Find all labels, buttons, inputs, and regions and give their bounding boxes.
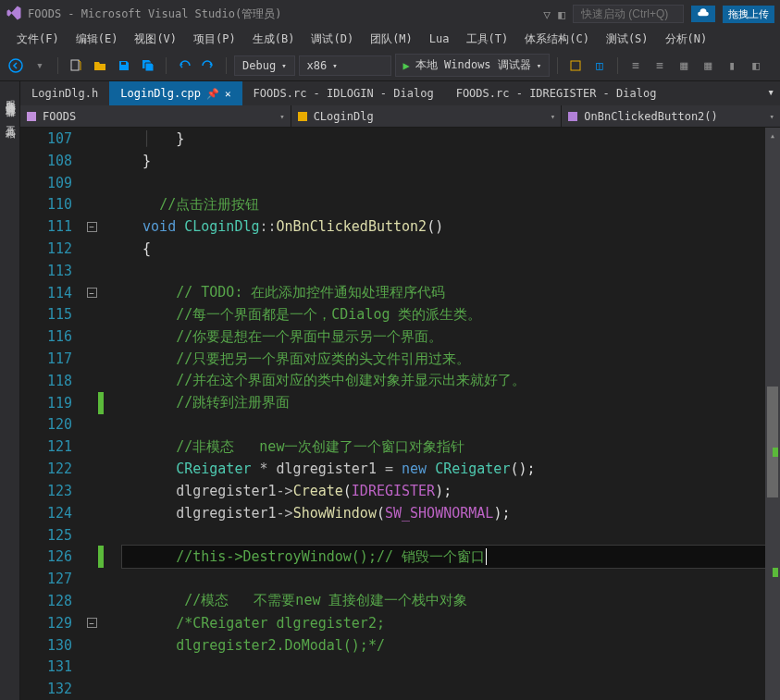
gutter-row[interactable]: 119	[20, 392, 122, 414]
doc-tab-logindlg-cpp[interactable]: LoginDlg.cpp📌✕	[109, 81, 241, 105]
gutter-row[interactable]: 111−	[20, 215, 122, 238]
save-all-button[interactable]	[138, 55, 158, 76]
gutter-row[interactable]: 110	[20, 193, 122, 215]
gutter-row[interactable]: 113	[20, 260, 122, 282]
nav-class-dropdown[interactable]: CLoginDlg▾	[291, 105, 563, 127]
code-line[interactable]: //你要是想在一个界面中显示另一个界面。	[122, 325, 765, 348]
gutter-row[interactable]: 108	[20, 150, 122, 172]
code-line[interactable]	[122, 657, 765, 679]
scroll-thumb[interactable]	[767, 387, 778, 497]
menu-build[interactable]: 生成(B)	[245, 29, 303, 50]
code-line[interactable]: //非模态 new一次创建了一个窗口对象指针	[122, 436, 765, 458]
gutter-row[interactable]: 132	[20, 678, 122, 700]
menu-test[interactable]: 测试(S)	[599, 29, 656, 50]
open-button[interactable]	[90, 55, 110, 76]
menu-analyze[interactable]: 分析(N)	[658, 29, 715, 50]
notifications-icon[interactable]: ▽	[543, 7, 551, 21]
start-debug-button[interactable]: ▶本地 Windows 调试器▾	[395, 54, 551, 77]
tb-find-button[interactable]: ◧	[746, 55, 766, 76]
gutter-row[interactable]: 121	[20, 436, 122, 458]
code-line[interactable]: //点击注册按钮	[122, 193, 765, 215]
redo-button[interactable]	[198, 55, 218, 76]
gutter-row[interactable]: 127	[20, 568, 122, 590]
menu-team[interactable]: 团队(M)	[363, 29, 420, 50]
solution-config-dropdown[interactable]: Debug▾	[234, 55, 295, 76]
menu-debug[interactable]: 调试(D)	[303, 29, 361, 50]
save-button[interactable]	[114, 55, 134, 76]
menu-project[interactable]: 项目(P)	[186, 29, 243, 50]
code-line[interactable]	[122, 568, 765, 590]
nav-function-dropdown[interactable]: OnBnClickedButton2()▾	[562, 105, 780, 127]
code-line[interactable]	[122, 414, 765, 436]
code-line[interactable]: dlgregister1->Create(IDREGISTER);	[122, 480, 765, 502]
cloud-sync-button[interactable]	[691, 6, 715, 22]
gutter-row[interactable]: 109	[20, 172, 122, 194]
solution-platform-dropdown[interactable]: x86▾	[299, 55, 391, 76]
gutter-row[interactable]: 125	[20, 524, 122, 546]
code-line[interactable]: //跳转到注册界面	[122, 392, 765, 414]
code-line[interactable]: /*CReigater dlgregister2;	[122, 612, 765, 634]
fold-toggle[interactable]: −	[87, 618, 97, 628]
code-line[interactable]: //每一个界面都是一个，CDialog 类的派生类。	[122, 304, 765, 326]
pin-icon[interactable]: 📌	[206, 88, 219, 100]
fold-toggle[interactable]: −	[87, 222, 97, 232]
code-line[interactable]	[122, 260, 765, 282]
code-line[interactable]: dlgregister1->ShowWindow(SW_SHOWNORMAL);	[122, 502, 765, 524]
gutter-row[interactable]: 129−	[20, 612, 122, 634]
tb-uncomment-button[interactable]: ▦	[698, 55, 718, 76]
tab-overflow-button[interactable]: ▾	[761, 81, 780, 105]
gutter-row[interactable]: 114−	[20, 282, 122, 304]
tb-outdent-button[interactable]: ≡	[625, 55, 646, 76]
gutter-row[interactable]: 120	[20, 414, 122, 436]
code-line[interactable]: //只要把另一个界面对应类的头文件引用过来。	[122, 348, 765, 370]
code-line[interactable]: //this->DestroyWindow();// 销毁一个窗口	[122, 546, 765, 568]
upload-button[interactable]: 拖拽上传	[723, 6, 774, 23]
gutter-row[interactable]: 116	[20, 325, 122, 348]
gutter-row[interactable]: 131	[20, 657, 122, 679]
fold-toggle[interactable]: −	[87, 288, 97, 298]
gutter-row[interactable]: 112	[20, 238, 122, 260]
code-line[interactable]: │ }	[122, 128, 765, 150]
quick-launch-input[interactable]	[573, 5, 684, 23]
menu-lua[interactable]: Lua	[422, 30, 457, 48]
tb-icon-1[interactable]	[565, 55, 586, 76]
gutter-row[interactable]: 128	[20, 590, 122, 612]
code-line[interactable]: CReigater * dlgregister1 = new CReigater…	[122, 458, 765, 480]
gutter-row[interactable]: 118	[20, 370, 122, 392]
gutter-row[interactable]: 130	[20, 634, 122, 657]
code-line[interactable]: }	[122, 150, 765, 172]
menu-file[interactable]: 文件(F)	[9, 29, 67, 50]
code-line[interactable]: //并在这个界面对应的类中创建对象并显示出来就好了。	[122, 370, 765, 392]
menu-tools[interactable]: 工具(T)	[459, 29, 516, 50]
scroll-up-button[interactable]: ▴	[765, 128, 780, 142]
gutter-row[interactable]: 123	[20, 480, 122, 502]
doc-tab-idregister[interactable]: FOODS.rc - IDREGISTER - Dialog	[445, 81, 668, 105]
tb-icon-2[interactable]: ◫	[589, 55, 610, 76]
menu-architecture[interactable]: 体系结构(C)	[517, 29, 597, 50]
code-editor[interactable]: ╬ 107108109110111−112113114−115116117118…	[20, 128, 780, 700]
sidebar-tab-toolbox[interactable]: 工具箱	[0, 113, 19, 127]
nav-back-button[interactable]	[6, 55, 26, 76]
code-line[interactable]: {	[122, 238, 765, 260]
new-file-button[interactable]	[66, 55, 86, 76]
tb-comment-button[interactable]: ▦	[674, 55, 694, 76]
code-line[interactable]: dlgregister2.DoModal();*/	[122, 634, 765, 657]
nav-fwd-button[interactable]: ▾	[30, 55, 50, 76]
code-lines[interactable]: │ } } //点击注册按钮 void CLoginDlg::OnBnClick…	[122, 128, 765, 700]
gutter-row[interactable]: 122	[20, 458, 122, 480]
tb-indent-button[interactable]: ≡	[650, 55, 670, 76]
gutter-row[interactable]: 115	[20, 304, 122, 326]
nav-scope-dropdown[interactable]: FOODS▾	[20, 105, 291, 127]
tb-bookmark-button[interactable]: ▮	[722, 55, 742, 76]
close-icon[interactable]: ✕	[225, 88, 231, 100]
doc-tab-logindlg-h[interactable]: LoginDlg.h	[20, 81, 109, 105]
code-line[interactable]	[122, 678, 765, 700]
vertical-scrollbar[interactable]: ▴	[765, 128, 780, 700]
menu-edit[interactable]: 编辑(E)	[68, 29, 126, 50]
code-line[interactable]: //模态 不需要new 直接创建一个栈中对象	[122, 590, 765, 612]
gutter-row[interactable]: 124	[20, 502, 122, 524]
feedback-icon[interactable]: ◧	[558, 7, 565, 21]
code-line[interactable]: // TODO: 在此添加控件通知处理程序代码	[122, 282, 765, 304]
menu-view[interactable]: 视图(V)	[127, 29, 184, 50]
code-line[interactable]	[122, 172, 765, 194]
